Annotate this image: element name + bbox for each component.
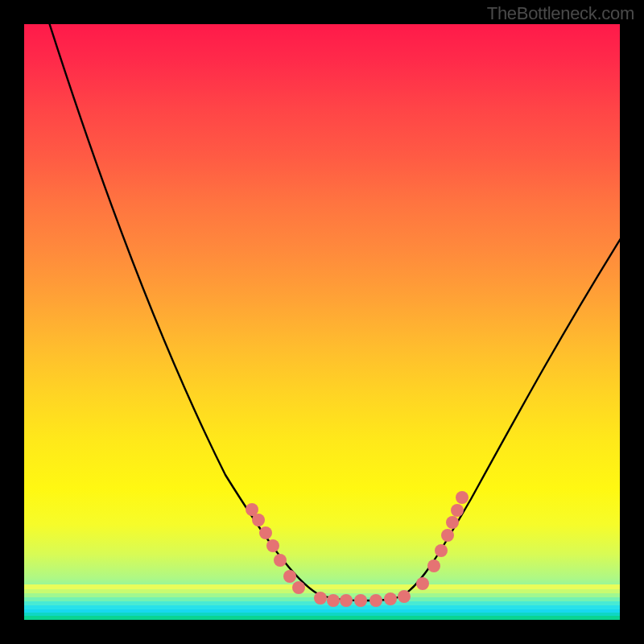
highlight-point <box>354 594 367 607</box>
highlight-point <box>292 581 305 594</box>
highlight-point <box>456 491 469 504</box>
highlight-point <box>384 592 397 605</box>
highlight-point <box>435 544 448 557</box>
highlight-point <box>427 559 440 572</box>
highlight-point <box>441 529 454 542</box>
highlight-point <box>283 570 296 583</box>
highlight-point <box>416 577 429 590</box>
plot-area <box>24 24 620 620</box>
bottleneck-curve <box>48 24 620 601</box>
highlight-point <box>274 554 287 567</box>
watermark-text: TheBottleneck.com <box>487 3 634 24</box>
highlight-point <box>446 516 459 529</box>
highlight-point <box>314 592 327 605</box>
highlight-point <box>252 514 265 526</box>
highlight-point <box>398 590 411 603</box>
highlight-points <box>246 491 469 607</box>
highlight-point <box>340 594 353 607</box>
highlight-point <box>259 526 272 539</box>
highlight-point <box>327 594 340 607</box>
highlight-point <box>369 594 382 607</box>
chart-svg <box>24 24 620 620</box>
highlight-point <box>266 539 279 552</box>
highlight-point <box>451 504 464 517</box>
